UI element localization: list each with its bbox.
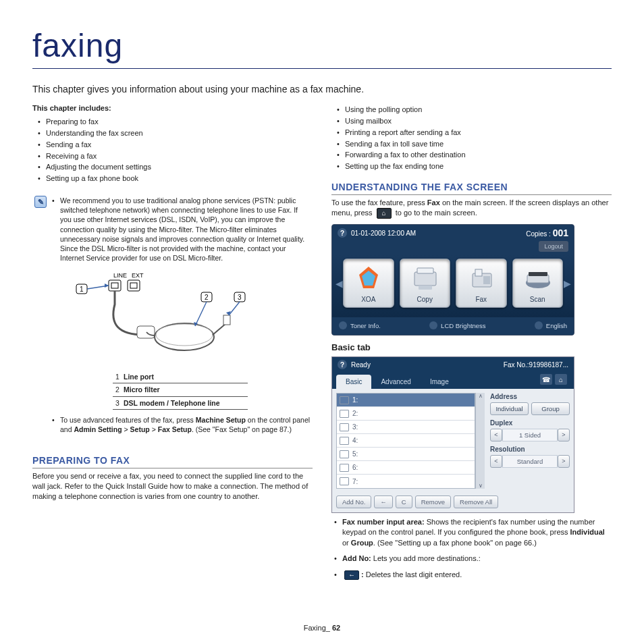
backspace-icon: ← [344, 570, 359, 580]
list-item[interactable]: 6: [337, 461, 475, 475]
toc-item: Using mailbox [337, 115, 612, 127]
toc-item: Preparing to fax [38, 116, 313, 128]
toc-right: Using the polling option Using mailbox P… [331, 104, 612, 172]
svg-text:2: 2 [205, 294, 209, 301]
home-icon[interactable]: ⌂ [555, 374, 567, 385]
scanner-icon [523, 265, 552, 293]
copier-icon [410, 265, 439, 293]
add-no-button[interactable]: Add No. [336, 495, 371, 508]
app-card-scan[interactable]: Scan [512, 259, 564, 308]
language-button[interactable]: English [535, 321, 567, 329]
svg-rect-12 [223, 315, 230, 325]
xoa-icon [354, 265, 383, 293]
tab-image[interactable]: Image [421, 375, 458, 389]
toc-left: Preparing to fax Understanding the fax s… [32, 116, 313, 184]
title-rule [32, 68, 612, 69]
svg-rect-1 [128, 280, 140, 291]
note-box: ✎ We recommend you to use traditional an… [32, 192, 313, 446]
resolution-next-button[interactable]: > [558, 455, 570, 468]
duplex-label: Duplex [490, 419, 570, 427]
svg-rect-0 [109, 280, 121, 291]
toc-item: Sending a fax [38, 139, 313, 151]
right-column: Using the polling option Using mailbox P… [331, 104, 612, 585]
brightness-icon [429, 321, 437, 329]
duplex-next-button[interactable]: > [558, 429, 570, 441]
duplex-value: 1 Sided [502, 429, 558, 441]
note-backspace: ←: Deletes the last digit entered. [334, 570, 612, 585]
fax-icon [467, 265, 495, 293]
toc-item: Forwarding a fax to other destination [337, 149, 612, 161]
list-item[interactable]: 2: [337, 407, 475, 421]
svg-point-10 [156, 324, 213, 346]
toc-item: Setting up the fax ending tone [337, 161, 612, 172]
logout-button[interactable]: Logout [539, 241, 568, 252]
remove-all-button[interactable]: Remove All [454, 495, 498, 508]
help-icon[interactable]: ? [338, 360, 347, 369]
backspace-button[interactable]: ← [374, 495, 393, 508]
toc-item: Using the polling option [337, 104, 612, 115]
toc-item: Printing a report after sending a fax [337, 127, 612, 138]
main-screen-screenshot: ? 01-01-2008 12:00 AM Copies : 001 Logou… [331, 224, 574, 336]
group-button[interactable]: Group [531, 402, 570, 415]
svg-rect-25 [419, 286, 432, 290]
note-item: To use advanced features of the fax, pre… [52, 415, 311, 438]
svg-rect-27 [475, 269, 482, 276]
microfilter-diagram: LINE EXT 1 [70, 271, 252, 365]
toc-item: Receiving a fax [38, 151, 313, 162]
preparing-paragraph: Before you send or receive a fax, you ne… [32, 471, 313, 502]
app-card-xoa[interactable]: XOA [343, 259, 394, 308]
list-item[interactable]: 4: [337, 434, 475, 448]
duplex-prev-button[interactable]: < [490, 429, 502, 441]
diagram-legend: 1Line port 2Micro filter 3DSL modem / Te… [113, 371, 248, 410]
tab-advanced[interactable]: Advanced [371, 375, 420, 389]
diagram-label-ext: EXT [132, 272, 144, 279]
recipient-list: 1: 2: 3: 4: 5: 6: 7: [336, 393, 475, 489]
svg-marker-7 [105, 284, 109, 288]
svg-rect-28 [483, 276, 490, 284]
note-item: We recommend you to use traditional anal… [52, 196, 311, 267]
home-icon: ⌂ [377, 208, 392, 219]
basic-tab-notes: Fax number input area: Shows the recipie… [331, 517, 612, 585]
list-item[interactable]: 1: [337, 394, 475, 407]
note-add-no: Add No: Lets you add more destinations.: [334, 554, 612, 569]
toc-item: Sending a fax in toll save time [337, 138, 612, 150]
list-item[interactable]: 7: [337, 475, 475, 488]
page-footer: Faxing_ 62 [0, 624, 644, 632]
remove-button[interactable]: Remove [415, 495, 451, 508]
lcd-brightness-button[interactable]: LCD Brightness [429, 321, 486, 329]
left-column: This chapter includes: Preparing to fax … [32, 104, 313, 585]
section-understanding-heading: UNDERSTANDING THE FAX SCREEN [331, 182, 612, 195]
phonebook-icon[interactable]: ☎ [540, 374, 552, 385]
list-item[interactable]: 5: [337, 448, 475, 461]
section-preparing-heading: PREPARING TO FAX [32, 455, 313, 468]
svg-rect-24 [417, 268, 433, 273]
note-fax-input: Fax number input area: Shows the recipie… [334, 517, 612, 554]
svg-rect-8 [137, 326, 155, 338]
resolution-label: Resolution [490, 446, 570, 453]
carousel-left-icon[interactable]: ◀ [335, 267, 343, 300]
basic-tab-heading: Basic tab [331, 342, 612, 352]
help-icon[interactable]: ? [338, 228, 347, 238]
app-card-fax[interactable]: Fax [456, 259, 507, 308]
svg-line-11 [213, 323, 226, 335]
diagram-label-line: LINE [113, 272, 127, 279]
svg-text:1: 1 [80, 286, 84, 293]
clear-button[interactable]: C [396, 495, 412, 508]
toc-item: Adjusting the document settings [38, 161, 313, 173]
toc-item: Understanding the fax screen [38, 128, 313, 139]
svg-rect-31 [529, 272, 547, 276]
tab-basic[interactable]: Basic [336, 375, 371, 389]
resolution-prev-button[interactable]: < [490, 455, 502, 468]
understanding-paragraph: To use the fax feature, press Fax on the… [331, 198, 612, 219]
list-item[interactable]: 3: [337, 421, 475, 434]
toner-info-button[interactable]: Toner Info. [339, 321, 381, 329]
individual-button[interactable]: Individual [490, 402, 529, 415]
svg-line-15 [195, 302, 207, 326]
app-card-copy[interactable]: Copy [400, 259, 451, 308]
svg-rect-23 [414, 272, 436, 286]
list-scrollbar[interactable]: ∧∨ [475, 393, 485, 489]
copies-indicator: Copies : 001 [526, 227, 568, 238]
note-icon: ✎ [34, 196, 47, 208]
carousel-right-icon[interactable]: ▶ [563, 267, 571, 300]
fax-number-label: Fax No.:919986187... [504, 361, 568, 369]
